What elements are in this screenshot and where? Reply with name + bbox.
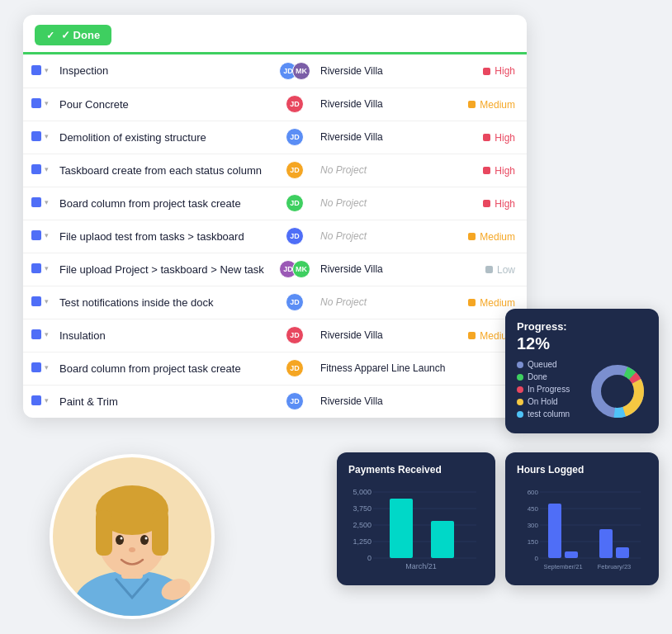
legend-dot — [517, 374, 523, 381]
task-name[interactable]: File uplaod test from tasks > taskboard — [53, 220, 274, 253]
priority-text: High — [495, 198, 515, 210]
task-assignee: JD — [274, 352, 315, 385]
task-name[interactable]: Paint & Trim — [53, 385, 274, 418]
task-project: No Project — [315, 286, 452, 319]
svg-rect-16 — [390, 499, 413, 558]
priority-text: Medium — [480, 297, 515, 309]
task-checkbox[interactable]: ▾ — [31, 296, 49, 306]
priority-dot — [483, 68, 490, 75]
task-checkbox[interactable]: ▾ — [31, 65, 49, 75]
avatar: MK — [292, 62, 310, 80]
task-name[interactable]: Insulation — [53, 319, 274, 352]
svg-text:0: 0 — [535, 555, 539, 562]
task-assignee: JD — [274, 88, 315, 121]
task-row[interactable]: ▾Taskboard create from each status colum… — [23, 154, 527, 187]
task-checkbox-cell: ▾ — [23, 88, 53, 121]
task-row[interactable]: ▾Test notifications inside the dockJDNo … — [23, 286, 527, 319]
svg-rect-29 — [548, 504, 561, 558]
task-checkbox[interactable]: ▾ — [31, 164, 49, 174]
priority-badge: Medium — [468, 99, 515, 111]
task-project: Riverside Villa — [315, 121, 452, 154]
avatar: JD — [286, 95, 304, 113]
task-checkbox[interactable]: ▾ — [31, 329, 49, 339]
chevron-down-icon: ▾ — [45, 99, 49, 107]
priority-badge: High — [483, 165, 515, 177]
priority-badge: Medium — [468, 297, 515, 309]
task-checkbox[interactable]: ▾ — [31, 263, 49, 273]
progress-percent: 12% — [517, 334, 647, 353]
priority-badge: Low — [485, 264, 515, 276]
task-checkbox-cell: ▾ — [23, 352, 53, 385]
task-name[interactable]: Pour Concrete — [53, 88, 274, 121]
priority-text: Medium — [480, 231, 515, 243]
legend-dot — [517, 411, 523, 418]
task-checkbox[interactable]: ▾ — [31, 362, 49, 372]
task-assignee: JDMK — [274, 54, 315, 88]
task-row[interactable]: ▾Board column from project task createJD… — [23, 187, 527, 220]
avatar: JD — [286, 161, 304, 179]
done-badge[interactable]: ✓ ✓ Done — [35, 25, 111, 45]
legend-item: In Progress — [517, 385, 581, 394]
hours-title: Hours Logged — [517, 464, 647, 476]
task-checkbox[interactable]: ▾ — [31, 395, 49, 405]
legend-dot — [517, 386, 523, 393]
task-priority: Low — [452, 253, 527, 286]
blue-square-icon — [31, 395, 41, 405]
avatar: JD — [286, 194, 304, 212]
task-row[interactable]: ▾InsulationJDRiverside VillaMedium — [23, 319, 527, 352]
chevron-down-icon: ▾ — [45, 363, 49, 371]
progress-content: QueuedDoneIn ProgressOn Holdtest column — [517, 360, 647, 422]
svg-rect-39 — [96, 510, 112, 556]
task-name[interactable]: Demolition of existing structure — [53, 121, 274, 154]
task-checkbox[interactable]: ▾ — [31, 98, 49, 108]
person-avatar — [50, 454, 215, 619]
task-checkbox-cell: ▾ — [23, 121, 53, 154]
legend-label: In Progress — [528, 385, 570, 394]
task-project: Riverside Villa — [315, 54, 452, 88]
task-checkbox-cell: ▾ — [23, 220, 53, 253]
priority-text: Low — [497, 264, 515, 276]
task-name[interactable]: Taskboard create from each status column — [53, 154, 274, 187]
task-row[interactable]: ▾InspectionJDMKRiverside VillaHigh — [23, 54, 527, 88]
task-checkbox[interactable]: ▾ — [31, 197, 49, 207]
payments-card: Payments Received 5,000 3,750 2,500 1,25… — [337, 452, 495, 585]
svg-point-42 — [140, 535, 149, 545]
svg-rect-31 — [599, 529, 613, 558]
task-checkbox-cell: ▾ — [23, 154, 53, 187]
svg-text:3,750: 3,750 — [353, 504, 371, 513]
task-row[interactable]: ▾Pour ConcreteJDRiverside VillaMedium — [23, 88, 527, 121]
task-row[interactable]: ▾File uplaod test from tasks > taskboard… — [23, 220, 527, 253]
task-row[interactable]: ▾File upload Project > taskboard > New t… — [23, 253, 527, 286]
task-checkbox-cell: ▾ — [23, 54, 53, 88]
svg-text:2,500: 2,500 — [353, 521, 371, 529]
priority-badge: Medium — [468, 231, 515, 243]
task-checkbox[interactable]: ▾ — [31, 230, 49, 240]
progress-card: Progress: 12% QueuedDoneIn ProgressOn Ho… — [505, 309, 659, 433]
task-name[interactable]: Test notifications inside the dock — [53, 286, 274, 319]
blue-square-icon — [31, 296, 41, 306]
done-label: ✓ Done — [61, 29, 100, 41]
payments-title: Payments Received — [348, 464, 484, 476]
task-checkbox[interactable]: ▾ — [31, 131, 49, 141]
svg-text:450: 450 — [528, 505, 539, 513]
task-row[interactable]: ▾Board column from project task createJD… — [23, 352, 527, 385]
svg-text:February/23: February/23 — [598, 563, 631, 570]
hours-card: Hours Logged 600 450 300 150 0 September… — [505, 452, 659, 585]
svg-point-5 — [603, 376, 632, 406]
task-name[interactable]: Board column from project task create — [53, 352, 274, 385]
priority-dot — [483, 167, 490, 174]
task-name[interactable]: Board column from project task create — [53, 187, 274, 220]
priority-dot — [468, 332, 476, 339]
task-name[interactable]: File upload Project > taskboard > New ta… — [53, 253, 274, 286]
task-name[interactable]: Inspection — [53, 54, 274, 88]
chevron-down-icon: ▾ — [45, 132, 49, 140]
svg-rect-32 — [616, 547, 629, 558]
priority-dot — [483, 200, 490, 207]
task-priority: High — [452, 121, 527, 154]
donut-chart — [588, 362, 647, 421]
payments-chart: 5,000 3,750 2,500 1,250 0 March/21 — [348, 484, 484, 570]
task-project: No Project — [315, 187, 452, 220]
task-row[interactable]: ▾Paint & TrimJDRiverside Villa — [23, 385, 527, 418]
task-row[interactable]: ▾Demolition of existing structureJDRiver… — [23, 121, 527, 154]
svg-text:1,250: 1,250 — [353, 537, 371, 546]
